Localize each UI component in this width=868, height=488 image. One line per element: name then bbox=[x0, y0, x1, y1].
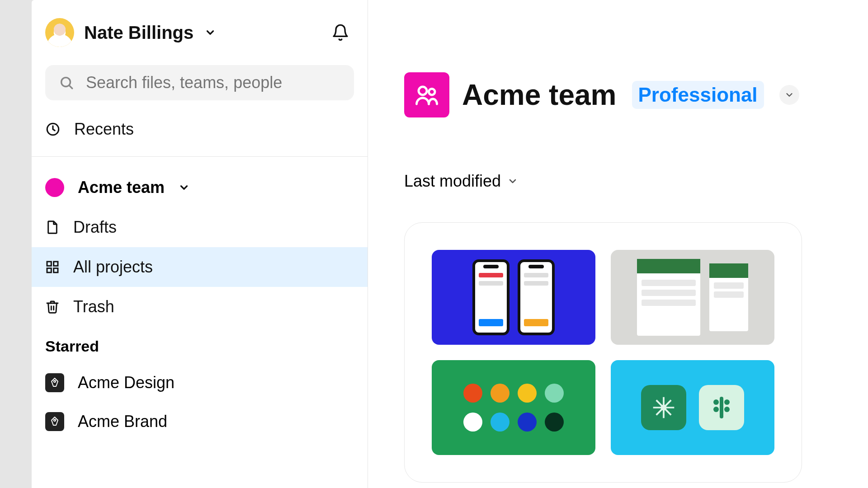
page-title: Acme team bbox=[462, 78, 617, 112]
svg-rect-6 bbox=[54, 268, 58, 272]
logo-mark-icon bbox=[641, 385, 686, 430]
team-name: Acme team bbox=[78, 178, 165, 197]
svg-point-20 bbox=[724, 407, 730, 412]
nav-trash[interactable]: Trash bbox=[32, 287, 368, 327]
user-name: Nate Billings bbox=[84, 23, 193, 43]
sidebar: Nate Billings Recents A bbox=[32, 0, 368, 488]
thumbnail bbox=[611, 360, 774, 455]
team-color-dot bbox=[45, 178, 64, 197]
notifications-button[interactable] bbox=[331, 23, 349, 42]
starred-label: Acme Brand bbox=[78, 412, 167, 431]
pen-icon bbox=[45, 373, 64, 392]
chevron-down-icon bbox=[204, 27, 216, 38]
logo-mark-icon bbox=[699, 385, 744, 430]
svg-rect-5 bbox=[47, 268, 51, 272]
svg-point-18 bbox=[724, 399, 730, 405]
svg-rect-3 bbox=[47, 262, 51, 266]
svg-point-10 bbox=[429, 89, 435, 95]
thumbnail bbox=[611, 250, 774, 345]
starred-heading: Starred bbox=[32, 327, 368, 363]
nav-drafts[interactable]: Drafts bbox=[32, 207, 368, 247]
file-icon bbox=[45, 220, 60, 235]
people-icon bbox=[415, 83, 439, 107]
svg-rect-16 bbox=[720, 397, 723, 418]
svg-point-9 bbox=[419, 87, 427, 95]
phone-mock-icon bbox=[518, 259, 555, 335]
search-input[interactable] bbox=[86, 73, 340, 92]
starred-label: Acme Design bbox=[78, 373, 175, 392]
svg-point-8 bbox=[54, 419, 56, 421]
chevron-down-icon bbox=[507, 176, 518, 187]
color-swatches-icon bbox=[463, 413, 564, 432]
nav-label: Drafts bbox=[73, 218, 117, 237]
pen-icon bbox=[45, 412, 64, 431]
team-badge bbox=[404, 72, 449, 117]
avatar bbox=[45, 18, 74, 47]
user-menu[interactable]: Nate Billings bbox=[32, 0, 368, 59]
trash-icon bbox=[45, 300, 60, 314]
nav-recents[interactable]: Recents bbox=[32, 109, 368, 149]
grid-icon bbox=[45, 260, 60, 274]
main-content: Acme team Professional Last modified bbox=[368, 0, 868, 488]
app-frame: Nate Billings Recents A bbox=[32, 0, 868, 488]
starred-item[interactable]: Acme Design bbox=[32, 363, 368, 402]
project-card[interactable] bbox=[404, 222, 802, 483]
team-switcher[interactable]: Acme team bbox=[32, 168, 368, 207]
phone-mock-icon bbox=[472, 259, 509, 335]
sort-label: Last modified bbox=[404, 172, 501, 191]
chevron-down-icon bbox=[178, 182, 190, 193]
nav-all-projects[interactable]: All projects bbox=[32, 247, 368, 287]
sort-dropdown[interactable]: Last modified bbox=[404, 172, 859, 191]
team-menu-button[interactable] bbox=[779, 85, 799, 105]
svg-rect-4 bbox=[54, 262, 58, 266]
svg-point-19 bbox=[713, 407, 719, 412]
svg-line-1 bbox=[69, 85, 72, 88]
color-swatches-icon bbox=[463, 384, 564, 403]
search-field[interactable] bbox=[45, 65, 354, 100]
nav-label: Trash bbox=[73, 297, 114, 316]
team-header: Acme team Professional bbox=[404, 72, 859, 117]
thumbnail bbox=[432, 360, 595, 455]
svg-point-7 bbox=[54, 380, 56, 382]
divider bbox=[32, 156, 368, 157]
search-icon bbox=[59, 75, 74, 90]
thumbnail bbox=[432, 250, 595, 345]
nav-label: Recents bbox=[74, 120, 134, 139]
webpage-mock-icon bbox=[709, 263, 748, 331]
plan-badge[interactable]: Professional bbox=[632, 81, 764, 109]
webpage-mock-icon bbox=[637, 259, 700, 336]
clock-icon bbox=[45, 122, 61, 137]
svg-point-17 bbox=[713, 399, 719, 405]
nav-label: All projects bbox=[73, 258, 153, 277]
starred-item[interactable]: Acme Brand bbox=[32, 402, 368, 441]
